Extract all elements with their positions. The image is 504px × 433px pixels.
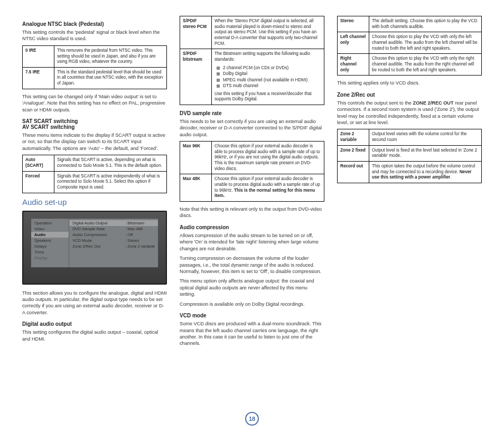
para: These menu items indicate to the display… [22, 132, 167, 152]
cell-label: Auto (SCART) [23, 155, 54, 171]
cell-desc: Signals that SCART is active, depending … [54, 155, 167, 171]
cell-desc: Choose this option to play the VCD with … [369, 32, 482, 54]
bullet-list: 2 channel PCM (on CDs or DVDs) Dolby Dig… [214, 65, 321, 89]
heading-vcd: VCD mode [180, 313, 324, 318]
cell-label: Stereo [338, 16, 369, 32]
osd-menu-right: Digital Audio Output: Bitstream DVD Samp… [69, 219, 158, 267]
section-title-audio: Audio set-up [22, 197, 167, 206]
osd-row: DVD Sample Rate: Max 48K [69, 226, 158, 232]
para: Compression is available only on Dolby D… [180, 301, 324, 307]
osd-item: Operation [31, 220, 69, 226]
osd-row: Audio Compression: Off [69, 232, 158, 238]
cell-desc: Signals that SCART is active independent… [54, 171, 167, 193]
text: The Bitstream setting supports the follo… [214, 51, 310, 62]
para: Some VCD discs are produced with a dual-… [180, 321, 324, 347]
cell-label: 0 IRE [23, 45, 54, 67]
cell-label: Forced [23, 171, 54, 193]
cell-desc: This option takes the output before the … [369, 161, 482, 183]
table-spdif: S/PDIF stereo PCM When the 'Stereo PCM' … [180, 16, 324, 105]
cell-desc: This removes the pedestal from NTSC vide… [54, 45, 167, 67]
heading-dvd-sample: DVD sample rate [180, 110, 324, 116]
osd-item: Delays [31, 243, 69, 249]
cell-label: Left channel only [338, 32, 369, 54]
heading-zone2: Zone 2/Rec out [337, 92, 482, 98]
osd-item: Video [31, 226, 69, 232]
table-scart: Auto (SCART) Signals that SCART is activ… [22, 155, 167, 193]
para: This setting can be changed only if 'Mai… [22, 93, 167, 113]
cell-desc: The default setting. Choose this option … [369, 16, 482, 32]
table-zone2: Zone 2 variable Output level varies with… [337, 129, 482, 183]
para: This needs to be set correctly if you ar… [180, 118, 324, 138]
cell-label: 7.5 IRE [23, 67, 54, 89]
cell-label: S/PDIF stereo PCM [180, 16, 212, 49]
cell-label: S/PDIF bitstream [180, 49, 212, 105]
heading-ntsc: Analogue NTSC black (Pedestal) [22, 21, 167, 27]
heading-audio-compression: Audio compression [180, 224, 324, 230]
page-number: 18 [245, 412, 259, 426]
para: This setting configures the digital audi… [22, 329, 167, 342]
cell-desc: When the 'Stereo PCM' digital output is … [212, 16, 324, 49]
osd-item-selected: Audio [31, 232, 69, 238]
osd-row: VCD Mode: Stereo [69, 238, 158, 243]
osd-item: Speakers [31, 238, 69, 243]
cell-desc: Choose this option if your external audi… [212, 142, 324, 174]
cell-desc: Choose this option to play the VCD with … [369, 54, 482, 76]
text: Use this setting if you have a receiver/… [214, 91, 312, 102]
table-sample-rate: Max 96K Choose this option if your exter… [180, 141, 324, 202]
para: Turning compression on decreases the vol… [180, 255, 324, 275]
cell-desc: Output level is fixed at the level last … [369, 145, 482, 161]
osd-row: Digital Audio Output: Bitstream [69, 220, 158, 226]
para: This controls the output sent to the ZON… [337, 100, 482, 126]
para: Note that this setting is relevant only … [180, 206, 324, 219]
heading-digital-audio: Digital audio output [22, 321, 167, 327]
cell-label: Zone 2 variable [338, 129, 369, 145]
osd-item: Trims [31, 249, 69, 255]
para: This setting applies only to VCD discs. [337, 80, 482, 86]
para: This section allows you to configure the… [22, 290, 167, 316]
osd-row: Zone 2/Rec Out: Zone 2 variable [69, 243, 158, 249]
cell-label: Record out [338, 161, 369, 183]
osd-menu-left: Operation Video Audio Speakers Delays Tr… [31, 219, 69, 267]
osd-screenshot: Operation Video Audio Speakers Delays Tr… [22, 211, 167, 285]
cell-label: Right channel only [338, 54, 369, 76]
heading-scart: SAT SCART switching AV SCART switching [22, 118, 167, 130]
list-item: Dolby Digital [217, 71, 321, 77]
list-item: DTS multi channel [217, 83, 321, 89]
para: Allows compression of the audio stream t… [180, 232, 324, 252]
cell-label: Max 48K [180, 174, 212, 202]
cell-label: Max 96K [180, 142, 212, 174]
list-item: MPEG multi channel (not available in HDM… [217, 77, 321, 83]
table-ntsc: 0 IRE This removes the pedestal from NTS… [22, 45, 167, 89]
cell-desc: Output level varies with the volume cont… [369, 129, 482, 145]
list-item: 2 channel PCM (on CDs or DVDs) [217, 65, 321, 71]
cell-label: Zone 2 fixed [338, 145, 369, 161]
para: This setting controls the 'pedestal' sig… [22, 29, 167, 42]
cell-desc: Choose this option if your external audi… [212, 174, 324, 202]
para: This menu option only affects analogue o… [180, 278, 324, 297]
osd-item: Display [31, 255, 69, 261]
cell-desc: This is the standard pedestal level that… [54, 67, 167, 89]
cell-desc: The Bitstream setting supports the follo… [212, 49, 324, 105]
table-vcd: Stereo The default setting. Choose this … [337, 16, 482, 76]
